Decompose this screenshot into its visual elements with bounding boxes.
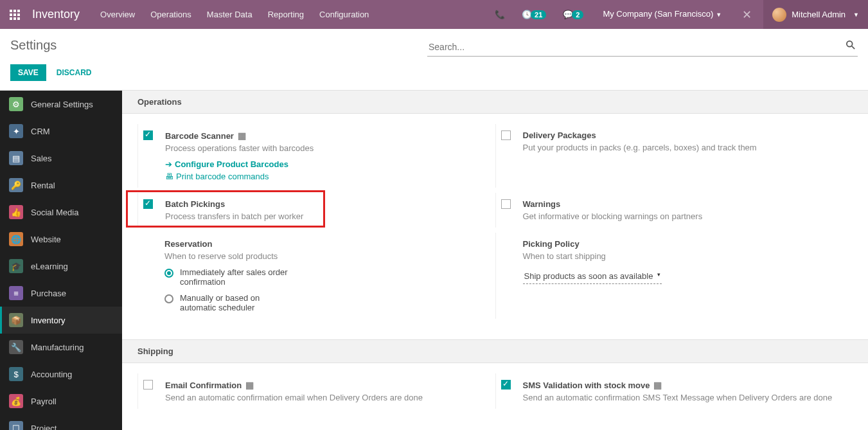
menu-master-data[interactable]: Master Data	[199, 0, 260, 29]
sidebar-icon: ▤	[9, 151, 23, 165]
sidebar-label: eLearning	[31, 262, 68, 271]
setting-picking: Picking Policy When to start shipping Sh…	[495, 233, 853, 319]
barcode-checkbox[interactable]	[143, 130, 153, 140]
body: ⚙General Settings✦CRM▤Sales🔑Rental👍Socia…	[0, 90, 868, 430]
sidebar-item-elearning[interactable]: 🎓eLearning	[0, 253, 122, 280]
sidebar-label: Accounting	[31, 370, 72, 379]
batch-checkbox[interactable]	[143, 199, 153, 209]
sidebar-label: Payroll	[31, 397, 57, 406]
svg-rect-3	[10, 13, 12, 16]
delivery-title: Delivery Packages	[523, 130, 596, 140]
setting-sms-validation: SMS Validation with stock move ▦ Send an…	[495, 373, 853, 409]
app-title[interactable]: Inventory	[29, 8, 93, 21]
sidebar-label: CRM	[31, 127, 50, 136]
sms-title: SMS Validation with stock move	[523, 381, 650, 390]
print-icon: 🖶	[165, 172, 173, 181]
phone-icon[interactable]: 📞	[488, 0, 511, 29]
sidebar-label: Sales	[31, 154, 52, 163]
sidebar-label: Website	[31, 235, 61, 244]
picking-title: Picking Policy	[523, 239, 580, 249]
sidebar-icon: 📦	[9, 313, 23, 327]
activity-icon[interactable]: 🕓21	[515, 0, 553, 29]
print-barcode-link[interactable]: 🖶 Print barcode commands	[165, 172, 269, 181]
discard-button[interactable]: DISCARD	[54, 64, 94, 81]
setting-email-confirm: Email Confirmation ▦ Send an automatic c…	[137, 373, 495, 409]
sidebar-item-payroll[interactable]: 💰Payroll	[0, 388, 122, 415]
sidebar-item-inventory[interactable]: 📦Inventory	[0, 307, 122, 334]
sidebar-label: Manufacturing	[31, 343, 84, 352]
setting-warnings: Warnings Get informative or blocking war…	[495, 193, 853, 228]
email-checkbox[interactable]	[143, 380, 153, 390]
svg-rect-8	[17, 17, 20, 20]
sidebar-item-sales[interactable]: ▤Sales	[0, 145, 122, 172]
sidebar-item-purchase[interactable]: ≡Purchase	[0, 280, 122, 307]
svg-line-10	[852, 46, 855, 49]
reservation-radio-immediate[interactable]	[164, 269, 173, 278]
reservation-title: Reservation	[164, 239, 212, 249]
sidebar-icon: ⚙	[9, 97, 23, 111]
doc-icon[interactable]: ▦	[245, 380, 254, 390]
svg-rect-1	[13, 10, 16, 12]
sidebar-item-general-settings[interactable]: ⚙General Settings	[0, 91, 122, 118]
section-operations: Operations	[122, 91, 868, 114]
sidebar-label: Rental	[31, 181, 55, 190]
avatar	[772, 8, 786, 22]
company-selector[interactable]: My Company (San Francisco)▼	[594, 0, 731, 30]
configure-barcodes-link[interactable]: ➔ Configure Product Barcodes	[165, 159, 288, 169]
menu-overview[interactable]: Overview	[93, 0, 143, 29]
email-title: Email Confirmation	[165, 381, 242, 390]
svg-rect-4	[13, 13, 16, 16]
close-icon[interactable]: ✕	[734, 8, 759, 22]
delivery-desc: Put your products in packs (e.g. parcels…	[523, 143, 848, 152]
menu-configuration[interactable]: Configuration	[312, 0, 376, 29]
setting-barcode: Barcode Scanner ▦ Process operations fas…	[137, 124, 495, 188]
sidebar-item-manufacturing[interactable]: 🔧Manufacturing	[0, 334, 122, 361]
chat-badge: 2	[572, 10, 583, 19]
user-menu[interactable]: Mitchell Admin ▼	[763, 0, 868, 29]
chat-icon[interactable]: 💬2	[556, 0, 590, 29]
sms-desc: Send an automatic confirmation SMS Text …	[523, 393, 848, 402]
doc-icon[interactable]: ▦	[653, 380, 662, 390]
save-button[interactable]: SAVE	[10, 64, 46, 81]
sidebar-item-social-media[interactable]: 👍Social Media	[0, 199, 122, 226]
reservation-opt1: Immediately after sales order confirmati…	[180, 267, 296, 287]
doc-icon[interactable]: ▦	[238, 130, 246, 141]
sidebar-icon: 🎓	[9, 259, 23, 273]
setting-reservation: Reservation When to reserve sold product…	[137, 233, 495, 319]
picking-select[interactable]: Ship products as soon as available	[523, 269, 662, 284]
menu-operations[interactable]: Operations	[143, 0, 199, 29]
sidebar-item-crm[interactable]: ✦CRM	[0, 118, 122, 145]
activity-badge: 21	[531, 10, 546, 19]
email-desc: Send an automatic confirmation email whe…	[165, 393, 490, 402]
sidebar-icon: ✦	[9, 124, 23, 138]
menu-reporting[interactable]: Reporting	[260, 0, 312, 29]
setting-batch: Batch Pickings Process transfers in batc…	[137, 193, 495, 228]
sidebar-label: General Settings	[31, 100, 93, 109]
sidebar-icon: 🌐	[9, 232, 23, 246]
user-name: Mitchell Admin	[792, 10, 846, 19]
sms-checkbox[interactable]	[501, 380, 511, 390]
sidebar-label: Purchase	[31, 289, 66, 298]
subhead: Settings	[0, 29, 868, 57]
setting-delivery: Delivery Packages Put your products in p…	[495, 124, 853, 188]
picking-desc: When to start shipping	[523, 251, 848, 261]
sidebar-label: Project	[31, 424, 57, 431]
barcode-title: Barcode Scanner	[165, 131, 234, 141]
batch-title: Batch Pickings	[165, 199, 225, 209]
delivery-checkbox[interactable]	[501, 130, 511, 140]
search-icon[interactable]	[846, 40, 855, 51]
sidebar-item-rental[interactable]: 🔑Rental	[0, 172, 122, 199]
reservation-radio-manual[interactable]	[164, 294, 173, 303]
sidebar-item-project[interactable]: ☐Project	[0, 415, 122, 430]
sidebar-icon: 🔧	[9, 340, 23, 354]
sidebar-label: Inventory	[31, 316, 65, 325]
svg-rect-7	[13, 17, 16, 20]
search-wrap	[427, 38, 858, 57]
svg-rect-6	[10, 17, 12, 20]
sidebar-item-accounting[interactable]: $Accounting	[0, 361, 122, 388]
search-input[interactable]	[427, 38, 858, 57]
arrow-right-icon: ➔	[165, 159, 172, 169]
warnings-checkbox[interactable]	[501, 199, 511, 209]
sidebar-item-website[interactable]: 🌐Website	[0, 226, 122, 253]
apps-icon[interactable]	[0, 0, 29, 29]
